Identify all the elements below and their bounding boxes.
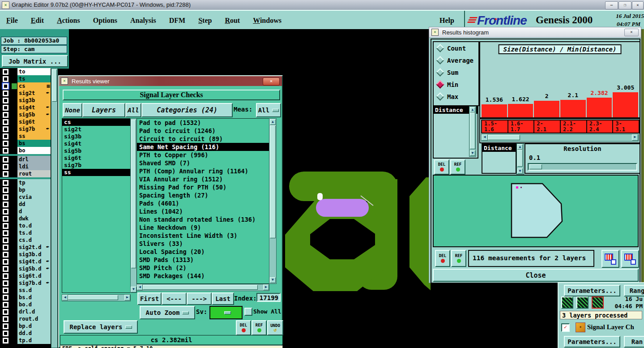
categories-vscrollbar[interactable]: ▲ ▼: [269, 118, 277, 284]
del-button[interactable]: DEL: [236, 320, 251, 335]
menu-item-rout[interactable]: Rout: [225, 17, 240, 25]
last-button[interactable]: Last: [212, 292, 234, 305]
layer-visibility-checkbox[interactable]: [3, 331, 9, 336]
close-button[interactable]: ✕: [632, 1, 644, 9]
layer-row-drl[interactable]: drl: [0, 156, 51, 163]
category-item[interactable]: Same Net Spacing (116): [137, 143, 269, 151]
histogram-bar-column[interactable]: 2: [533, 64, 560, 117]
category-item[interactable]: PTH to Copper (996): [137, 151, 269, 159]
layer-row-sig7b.d[interactable]: sig7b.d✒: [0, 279, 51, 287]
results-viewer-close-icon[interactable]: ✕: [263, 77, 280, 86]
category-item[interactable]: Spacing length (27): [137, 191, 269, 199]
layer-visibility-checkbox[interactable]: [3, 202, 9, 207]
layer-row-ss.d[interactable]: ss.d: [0, 287, 51, 294]
send-from-layer-button[interactable]: [621, 250, 639, 268]
layer-visibility-checkbox[interactable]: [3, 105, 9, 111]
index-field[interactable]: 17199: [256, 293, 281, 302]
layer-visibility-checkbox[interactable]: [3, 323, 9, 329]
layer-row-sig7b[interactable]: sig7b✒: [0, 125, 51, 133]
layer-visibility-checkbox[interactable]: [3, 76, 9, 82]
resolution-slider-thumb[interactable]: [529, 164, 542, 169]
stat-radio-max[interactable]: Max: [434, 90, 478, 103]
first-button[interactable]: First: [137, 292, 162, 305]
histogram-close-icon[interactable]: ✕: [624, 29, 639, 36]
resolution-slider[interactable]: [528, 163, 637, 171]
layer-row-tp[interactable]: tp: [0, 179, 51, 186]
stat-radio-sum[interactable]: Sum: [434, 66, 478, 78]
layer-visibility-checkbox[interactable]: [3, 237, 9, 243]
layer-row-bp.d[interactable]: bp.d: [0, 322, 51, 330]
category-item[interactable]: SMD Packages (144): [137, 272, 269, 280]
menu-item-options[interactable]: Options: [93, 17, 117, 25]
results-viewer-titlebar[interactable]: ✕ Results viewer ✕: [59, 76, 282, 86]
histogram-bar-column[interactable]: 2.382: [586, 64, 613, 117]
layer-visibility-checkbox[interactable]: [3, 266, 9, 272]
viewer-layer-item[interactable]: sig4t: [62, 140, 130, 147]
histogram-close-button[interactable]: Close: [433, 269, 639, 282]
layer-visibility-checkbox[interactable]: [3, 209, 9, 215]
preview-ref-button[interactable]: REF: [451, 250, 466, 267]
layer-visibility-checkbox[interactable]: [3, 194, 9, 200]
meas-dropdown[interactable]: All: [256, 103, 281, 117]
layer-visibility-checkbox[interactable]: [3, 180, 9, 186]
layer-visibility-checkbox[interactable]: [3, 230, 9, 236]
layer-visibility-checkbox[interactable]: [3, 187, 9, 193]
job-matrix-button[interactable]: Job Matrix ...: [2, 55, 68, 67]
layer-visibility-checkbox[interactable]: [3, 223, 9, 229]
replace-layers-dropdown[interactable]: Replace layers: [64, 320, 138, 334]
histogram-del-button[interactable]: DEL: [434, 159, 449, 175]
layer-visibility-checkbox[interactable]: [3, 126, 9, 132]
category-item[interactable]: VIA Annular ring (1512): [137, 175, 269, 183]
layer-row-cs.d[interactable]: cs.d: [0, 236, 51, 244]
category-item[interactable]: Pads (4601): [137, 199, 269, 207]
category-item[interactable]: Pad to circuit (1246): [137, 127, 269, 135]
measurement-preview[interactable]: [433, 175, 639, 247]
layer-visibility-checkbox[interactable]: [3, 69, 9, 75]
parameter-item-distance[interactable]: Distance: [482, 144, 516, 152]
layer-row-bs.d[interactable]: bs.d: [0, 294, 51, 301]
layer-row-bs[interactable]: bs: [0, 140, 51, 147]
menu-item-actions[interactable]: Actions: [57, 17, 80, 25]
layer-visibility-checkbox[interactable]: [3, 90, 9, 96]
layer-visibility-checkbox[interactable]: [3, 133, 9, 139]
show-all-checkbox[interactable]: [244, 308, 252, 316]
viewer-layer-item[interactable]: ss: [62, 169, 130, 176]
ref-button[interactable]: REF: [252, 320, 267, 335]
layer-list-scrollbar[interactable]: [51, 68, 58, 348]
layer-row-sig2t[interactable]: sig2t✒: [0, 90, 51, 97]
viewer-layer-item[interactable]: sig2t: [62, 126, 130, 133]
viewer-layer-item[interactable]: sig7b: [62, 162, 130, 169]
layer-row-to[interactable]: to: [0, 68, 51, 75]
layer-row-sig2t.d[interactable]: sig2t.d✒: [0, 244, 51, 251]
histogram-titlebar[interactable]: ✕ Results histogram ✕: [429, 27, 641, 38]
category-item[interactable]: Inconsistent Line Width (3): [137, 232, 269, 240]
layer-visibility-checkbox[interactable]: [3, 141, 9, 146]
menu-item-analysis[interactable]: Analysis: [130, 17, 156, 25]
category-item[interactable]: Non standard rotated lines (136): [137, 215, 269, 223]
histogram-ref-button[interactable]: REF: [450, 159, 465, 175]
window-titlebar[interactable]: ✕ Graphic Editor 9.07b2 (00@HY-HYCAM-PC0…: [0, 0, 644, 10]
layer-row-ts.d[interactable]: ts.d: [0, 229, 51, 236]
menu-item-step[interactable]: Step: [198, 17, 212, 25]
undo-button[interactable]: UNDO↺: [267, 320, 283, 335]
layer-row-sig6t.d[interactable]: sig6t.d: [0, 272, 51, 279]
category-item[interactable]: Line Neckdown (9): [137, 223, 269, 232]
send-to-layer-button[interactable]: [601, 250, 619, 268]
signal-layer-checkbox[interactable]: ✓: [561, 323, 570, 332]
layer-visibility-checkbox[interactable]: [3, 309, 9, 315]
category-item[interactable]: Missing Pad for PTH (50): [137, 183, 269, 191]
menu-item-edit[interactable]: Edit: [31, 17, 44, 25]
range-button-2[interactable]: Ran: [624, 336, 644, 348]
category-item[interactable]: Pad to pad (1532): [137, 119, 269, 127]
category-item[interactable]: PTH (Comp) Annular ring (1164): [137, 167, 269, 175]
minimize-button[interactable]: —: [605, 1, 618, 9]
layer-row-cs[interactable]: cs▦: [0, 82, 51, 90]
chart-hscrollbar[interactable]: ◀ ▶: [481, 134, 639, 142]
viewer-layer-item[interactable]: cs: [62, 119, 130, 126]
layer-row-dd[interactable]: dd: [0, 201, 51, 208]
histogram-bar-column[interactable]: 2.1: [560, 64, 586, 117]
layer-row-sig5b.d[interactable]: sig5b.d✒: [0, 265, 51, 272]
parameter-list-2-scrollbar[interactable]: ▲ ▼: [516, 143, 524, 175]
run-check-active-icon[interactable]: [592, 296, 604, 309]
category-item[interactable]: Circuit to circuit (89): [137, 135, 269, 143]
